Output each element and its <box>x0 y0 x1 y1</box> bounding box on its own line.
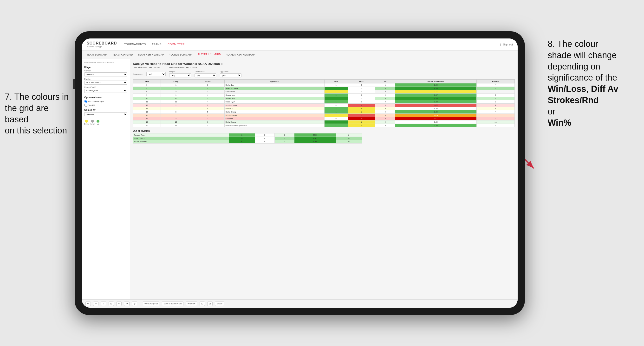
main-content: Last Updated: 27/03/2024 16:55:38 Player… <box>82 59 518 299</box>
table-row: 14 7 4 Eunice Yi 2 2 0 0.38 9 <box>133 107 515 110</box>
region-select[interactable]: (All) <box>169 73 191 77</box>
save-custom-view-btn[interactable]: Save Custom View <box>162 302 184 306</box>
division-select[interactable]: NCAA Division III <box>84 81 127 85</box>
col-tie: Tie <box>375 80 395 83</box>
sub-nav-player-h2h-grid[interactable]: PLAYER H2H GRID <box>198 51 221 58</box>
col-rounds: Rounds <box>476 80 514 83</box>
undo-btn[interactable]: ↺ <box>86 302 91 306</box>
logo-area: SCOREBOARD Powered by clippd <box>87 41 117 48</box>
player-section-title: Player <box>84 66 127 69</box>
filter-opponents: (All) <box>146 72 166 76</box>
nav-teams[interactable]: TEAMS <box>152 42 162 47</box>
filter-opponent: Opponent (All) <box>220 71 242 77</box>
col-opponent: Opponent <box>224 80 324 83</box>
sub-nav-team-h2h-grid[interactable]: TEAM H2H GRID <box>113 51 133 58</box>
watch-btn[interactable]: Watch ▾ <box>186 302 197 306</box>
player-rank-label: Player (Rank) <box>84 86 127 88</box>
nav-committee[interactable]: COMMITTEE <box>168 42 185 47</box>
last-updated: Last Updated: 27/03/2024 16:55:38 <box>84 62 127 64</box>
cut-btn[interactable]: ✄ <box>116 302 122 306</box>
table-row: 10 6 3 Andrea York 2 0 0 4.00 4 <box>133 97 515 100</box>
share-btn[interactable]: Share <box>215 302 224 306</box>
table-row: 11 11 4 Heejo Hyun 1 0 0 3.33 3 <box>133 100 515 104</box>
icon-btn2[interactable]: ⊡ <box>207 302 212 306</box>
grid-btn[interactable]: ⊞ <box>108 302 114 306</box>
logo-sub: Powered by clippd <box>87 45 117 48</box>
nav-items: TOURNAMENTS TEAMS COMMITTEE <box>124 42 500 47</box>
out-of-division-table: Foreign Team 1 0 0 4.500 2 NAIA Division… <box>133 133 362 144</box>
col-win: Win <box>324 80 348 83</box>
table-row: 6 3 3 Sydney Kuo 1 0 0 -1.00 <box>133 90 515 94</box>
table-row: 9 1 4 Sharon Mun 1 0 0 3.67 3 <box>133 94 515 97</box>
colour-by-label: Colour by <box>84 109 127 111</box>
legend-up: Up <box>96 120 100 125</box>
legend-level-dot <box>91 120 94 123</box>
dot-btn[interactable]: ••• <box>124 302 130 306</box>
filter-region: Region (All) <box>169 71 191 77</box>
nav-tournaments[interactable]: TOURNAMENTS <box>124 42 146 47</box>
redo-btn[interactable]: ↻ <box>93 302 98 306</box>
sub-nav-team-summary[interactable]: TEAM SUMMARY <box>87 51 108 58</box>
table-row: 15 8 5 Stella Cheng 1 1 0 1.25 4 <box>133 110 515 114</box>
gender-select[interactable]: Women's <box>84 72 127 76</box>
radio-opponents-played[interactable]: Opponents Played <box>84 100 127 103</box>
legend: Down Level Up <box>84 120 127 125</box>
gender-label: Gender <box>84 70 127 72</box>
table-row: 13 1 1 Jessica Huang 0 1 0 -3.00 2 <box>133 104 515 107</box>
sub-nav-player-summary[interactable]: PLAYER SUMMARY <box>169 51 192 58</box>
sign-out-btn[interactable]: Sign out <box>503 43 513 46</box>
legend-up-dot <box>96 120 100 123</box>
col-reg: # Reg <box>161 80 191 83</box>
col-diff: Diff Av Strokes/Rnd <box>395 80 477 83</box>
legend-down: Down <box>84 120 88 125</box>
division-label: Division <box>84 78 127 80</box>
table-row: 3 1 1 Esther Lee 1 0 1 1.50 4 <box>133 83 515 87</box>
tablet-screen: SCOREBOARD Powered by clippd TOURNAMENTS… <box>82 38 518 308</box>
opponent-view: Opponent view Opponents Played Top 100 <box>84 96 127 107</box>
colour-by-section: Colour by Win/loss <box>84 109 127 118</box>
colour-by-select[interactable]: Win/loss <box>84 112 127 116</box>
col-div: # Div <box>133 80 161 83</box>
col-conf: # Conf <box>191 80 224 83</box>
player-rank-select[interactable]: 8. Katelyn Vo <box>84 89 127 93</box>
left-panel: Last Updated: 27/03/2024 16:55:38 Player… <box>82 59 130 299</box>
filter-row: Opponents: (All) Region (All) Conference <box>133 71 515 77</box>
table-row: 20 11 7 Federica Domecq Lacroze 2 1 0 1.… <box>133 124 515 127</box>
sub-nav: TEAM SUMMARY TEAM H2H GRID TEAM H2H HEAT… <box>82 50 518 59</box>
grid-records: Overall Record: 353 - 34 - 6 Division Re… <box>133 66 515 69</box>
icon-btn1[interactable]: ⊡ <box>200 302 205 306</box>
grid-area: Katelyn Vo Head-to-Head Grid for Women's… <box>130 59 518 299</box>
out-of-division-header: Out of division <box>133 130 515 132</box>
table-row: NAIA Division 1 15 0 0 9.267 30 <box>133 137 362 140</box>
table-row: 18 2 2 Euna Lee 0 1 0 -5.00 2 <box>133 117 515 121</box>
radio-top100[interactable]: Top 100 <box>84 104 127 107</box>
redo2-btn[interactable]: ↻ <box>101 302 106 306</box>
opponents-select[interactable]: (All) <box>146 72 166 76</box>
conference-select[interactable]: (All) <box>194 73 216 77</box>
time-btn[interactable]: ◷ <box>132 302 137 306</box>
view-original-btn[interactable]: View: Original <box>143 302 159 306</box>
sub-nav-team-h2h-heatmap[interactable]: TEAM H2H HEATMAP <box>138 51 164 58</box>
annotation-left: 7. The colours in the grid are based on … <box>5 91 72 136</box>
main-data-table: # Div # Reg # Conf Opponent Win Loss Tie… <box>133 79 515 127</box>
tablet-frame: SCOREBOARD Powered by clippd TOURNAMENTS… <box>75 31 525 315</box>
nav-right: | Sign out <box>500 43 513 46</box>
legend-down-dot <box>85 120 88 123</box>
opponent-view-title: Opponent view <box>84 96 127 99</box>
legend-level: Level <box>90 120 94 125</box>
table-row: 19 10 6 Emily Chang 4 1 0 0.30 11 <box>133 121 515 124</box>
col-loss: Loss <box>348 80 375 83</box>
annotation-right: 8. The colour shade will change dependin… <box>548 38 639 128</box>
overall-record: Overall Record: 353 - 34 - 6 <box>133 66 160 69</box>
sub-nav-player-h2h-heatmap[interactable]: PLAYER H2H HEATMAP <box>226 51 255 58</box>
table-row: 16 1 1 Jessica Mason 1 2 0 -0.94 <box>133 114 515 117</box>
grid-header: Katelyn Vo Head-to-Head Grid for Women's… <box>133 62 515 69</box>
division-record: Division Record: 331 - 34 - 6 <box>169 66 197 69</box>
filter-conference: Conference (All) <box>194 71 216 77</box>
top-nav: SCOREBOARD Powered by clippd TOURNAMENTS… <box>82 38 518 50</box>
table-row: NCAA Division 2 5 0 0 7.400 10 <box>133 140 362 144</box>
opponent-filter-select[interactable]: (All) <box>220 73 242 77</box>
bottom-toolbar: ↺ ↻ ↻ ⊞ ✄ ••• ◷ | View: Original Save Cu… <box>82 299 518 308</box>
grid-title: Katelyn Vo Head-to-Head Grid for Women's… <box>133 62 515 66</box>
logo-text: SCOREBOARD <box>87 41 117 45</box>
